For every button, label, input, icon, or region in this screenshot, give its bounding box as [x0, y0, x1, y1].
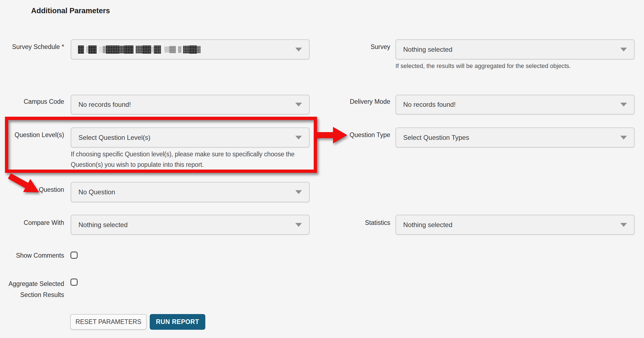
- arrow-right-icon: [316, 126, 349, 144]
- chevron-down-icon: [620, 136, 627, 140]
- question-levels-select-value: Select Question Level(s): [78, 134, 150, 141]
- compare-with-select-value: Nothing selected: [78, 221, 128, 229]
- question-levels-helper-line1: If choosing specific Question level(s), …: [71, 151, 294, 158]
- chevron-down-icon: [295, 190, 302, 194]
- survey-schedule-label: Survey Schedule *: [12, 43, 64, 50]
- survey-schedule-select[interactable]: [71, 39, 310, 59]
- chevron-down-icon: [295, 223, 302, 227]
- chevron-down-icon: [620, 48, 627, 51]
- question-levels-select[interactable]: Select Question Level(s): [71, 127, 310, 148]
- chevron-down-icon: [620, 223, 627, 227]
- question-label: Question: [39, 186, 64, 193]
- survey-select-value: Nothing selected: [403, 46, 452, 53]
- survey-helper-text: If selected, the results will be aggrega…: [395, 62, 571, 70]
- aggregate-selected-checkbox[interactable]: [70, 279, 78, 286]
- run-report-button[interactable]: RUN REPORT: [150, 314, 205, 330]
- delivery-mode-select-value: No records found!: [403, 101, 456, 108]
- chevron-down-icon: [295, 48, 302, 51]
- chevron-down-icon: [295, 136, 302, 140]
- show-comments-checkbox[interactable]: [70, 252, 78, 259]
- statistics-select[interactable]: Nothing selected: [395, 215, 635, 235]
- additional-parameters-form: Additional Parameters Survey Schedule * …: [0, 0, 644, 338]
- statistics-label: Statistics: [365, 219, 390, 226]
- chevron-down-icon: [620, 103, 627, 107]
- statistics-select-value: Nothing selected: [403, 221, 452, 229]
- campus-code-label: Campus Code: [24, 98, 64, 105]
- compare-with-label: Compare With: [24, 219, 64, 226]
- redacted-value: [78, 45, 201, 54]
- question-type-select-value: Select Question Types: [403, 134, 469, 141]
- arrow-diagonal-icon: [7, 168, 53, 198]
- delivery-mode-select[interactable]: No records found!: [395, 95, 635, 115]
- compare-with-select[interactable]: Nothing selected: [71, 215, 310, 235]
- question-select[interactable]: No Question: [71, 182, 310, 202]
- question-levels-label: Question Level(s): [15, 131, 64, 138]
- survey-label: Survey: [370, 43, 390, 50]
- chevron-down-icon: [295, 103, 302, 107]
- page-title: Additional Parameters: [31, 7, 110, 15]
- reset-parameters-button[interactable]: RESET PARAMETERS: [70, 314, 147, 330]
- aggregate-selected-label-line1: Aggregate Selected: [9, 280, 64, 287]
- campus-code-select[interactable]: No records found!: [71, 95, 310, 115]
- aggregate-selected-label-line2: Section Results: [20, 291, 64, 298]
- question-type-label: Question Type: [350, 131, 390, 138]
- question-select-value: No Question: [78, 188, 115, 196]
- delivery-mode-label: Delivery Mode: [350, 98, 390, 105]
- question-type-select[interactable]: Select Question Types: [395, 127, 635, 148]
- show-comments-label: Show Comments: [16, 252, 64, 259]
- campus-code-select-value: No records found!: [78, 101, 131, 108]
- question-levels-helper-line2: Question(s) you wish to populate into th…: [71, 161, 204, 168]
- survey-select[interactable]: Nothing selected: [395, 39, 635, 59]
